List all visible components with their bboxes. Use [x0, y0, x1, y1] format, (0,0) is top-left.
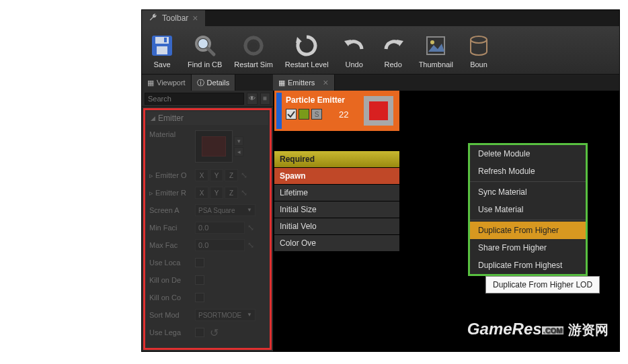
close-icon[interactable]: ×	[323, 77, 328, 88]
ctx-sync-material[interactable]: Sync Material	[470, 183, 586, 201]
close-icon[interactable]: ×	[192, 13, 198, 24]
restart-sim-button[interactable]: Restart Sim	[229, 29, 278, 71]
tab-viewport[interactable]: ▦ Viewport	[142, 75, 192, 91]
undo-button[interactable]: Undo	[336, 29, 373, 71]
module-lifetime[interactable]: Lifetime	[274, 185, 399, 201]
min-facing-label: Min Faci	[149, 224, 195, 232]
prop-sort-mode: Sort Mod PSORTMODE▼	[147, 306, 268, 324]
material-thumbnail[interactable]	[195, 130, 233, 163]
prop-emitter-rotation: ▹ Emitter R X Y Z ⤡	[147, 184, 268, 201]
module-initial-velocity[interactable]: Initial Velo	[274, 218, 399, 235]
min-facing-input[interactable]	[195, 222, 245, 234]
axis-x-button[interactable]: X	[195, 169, 208, 181]
redo-button[interactable]: Redo	[375, 29, 412, 71]
emitter-section-header[interactable]: Emitter	[147, 111, 268, 125]
emitter-s-icon[interactable]: S	[311, 109, 322, 120]
ctx-share-from-higher[interactable]: Share From Higher	[470, 239, 586, 257]
use-local-checkbox[interactable]	[195, 258, 204, 267]
module-initial-size[interactable]: Initial Size	[274, 201, 399, 218]
ctx-duplicate-from-highest[interactable]: Duplicate From Highest	[470, 257, 586, 274]
thumbnail-button[interactable]: Thumbnail	[414, 29, 459, 71]
left-panel-tabs: ▦ Viewport ⓘ Details	[142, 75, 273, 91]
max-facing-label: Max Fac	[149, 241, 195, 249]
view-options-icon[interactable]: 👁	[247, 93, 258, 105]
save-label: Save	[153, 60, 170, 69]
list-view-icon[interactable]: ≡	[260, 93, 271, 105]
axis-y-button[interactable]: Y	[210, 169, 223, 181]
use-legacy-checkbox[interactable]	[195, 328, 204, 337]
axis-z-button[interactable]: Z	[225, 187, 238, 199]
screen-alignment-select[interactable]: PSA Square▼	[195, 204, 256, 216]
material-label: Material	[149, 130, 195, 138]
grid-icon: ▦	[147, 79, 154, 87]
bounds-button[interactable]: Boun	[460, 29, 498, 71]
thumbnail-label: Thumbnail	[419, 60, 453, 69]
tooltip: Duplicate From Higher LOD	[485, 276, 600, 293]
expand-icon[interactable]: ⤡	[239, 171, 249, 180]
max-facing-input[interactable]	[195, 239, 245, 251]
material-dropdown-icon[interactable]: ▾	[234, 136, 243, 146]
prop-material: Material ▾ ◂	[147, 125, 268, 167]
material-browse-icon[interactable]: ◂	[234, 147, 243, 156]
magnifier-icon	[192, 32, 219, 59]
toolbar-tab[interactable]: Toolbar ×	[142, 10, 205, 26]
expand-icon[interactable]: ⤡	[246, 240, 256, 250]
module-required[interactable]: Required	[274, 151, 399, 168]
undo-arrow-icon	[341, 32, 368, 59]
emitter-thumbnail[interactable]	[364, 96, 393, 126]
use-legacy-label: Use Lega	[149, 328, 195, 336]
prop-min-facing: Min Faci ⤡	[147, 219, 268, 236]
find-in-cb-button[interactable]: Find in CB	[182, 29, 227, 71]
emitters-panel: ▦ Emitters × Particle Emitter	[273, 75, 619, 351]
floppy-icon	[149, 32, 175, 59]
axis-x-button[interactable]: X	[195, 187, 208, 199]
emitter-solo-icon[interactable]	[299, 109, 309, 120]
svg-line-6	[208, 48, 214, 54]
svg-point-11	[471, 36, 487, 43]
reset-icon[interactable]: ↺	[210, 326, 219, 339]
ctx-duplicate-from-higher[interactable]: Duplicate From Higher	[470, 222, 586, 239]
save-button[interactable]: Save	[143, 29, 181, 71]
tab-emitters[interactable]: ▦ Emitters ×	[273, 75, 335, 91]
use-local-label: Use Loca	[149, 259, 195, 267]
module-spawn[interactable]: Spawn	[274, 168, 399, 185]
emitter-section-label: Emitter	[158, 113, 184, 123]
search-input[interactable]	[145, 93, 244, 105]
ctx-delete-module[interactable]: Delete Module	[470, 145, 586, 163]
watermark: GameRes.COM 游资网	[467, 320, 609, 339]
expand-icon[interactable]: ⤡	[246, 223, 256, 232]
sort-mode-select[interactable]: PSORTMODE▼	[195, 309, 256, 321]
kill-on-deactivate-checkbox[interactable]	[195, 275, 204, 285]
info-icon: ⓘ	[197, 78, 204, 88]
prop-max-facing: Max Fac ⤡	[147, 236, 268, 254]
screen-alignment-label: Screen A	[149, 206, 195, 214]
emitter-properties-highlight: Emitter Material ▾ ◂ ▹ Em	[143, 108, 272, 350]
ctx-separator	[470, 220, 586, 220]
expand-icon[interactable]: ⤡	[239, 188, 249, 197]
particle-emitter-title: Particle Emitter	[286, 95, 360, 105]
emitter-enabled-checkbox[interactable]	[286, 109, 297, 120]
watermark-cn: 游资网	[568, 322, 609, 337]
kill-on-complete-checkbox[interactable]	[195, 293, 204, 302]
emitters-panel-tabs: ▦ Emitters ×	[273, 75, 619, 91]
wrench-icon	[149, 13, 158, 24]
gear-refresh-icon	[240, 32, 267, 59]
svg-point-8	[250, 42, 257, 49]
kill-on-complete-label: Kill on Co	[149, 293, 195, 302]
ctx-refresh-module[interactable]: Refresh Module	[470, 163, 586, 180]
tab-details[interactable]: ⓘ Details	[192, 75, 236, 91]
module-color-over-life[interactable]: Color Ove	[274, 235, 399, 252]
prop-use-local: Use Loca	[147, 254, 268, 271]
prop-kill-on-complete: Kill on Co	[147, 289, 268, 306]
ctx-use-material[interactable]: Use Material	[470, 201, 586, 218]
context-menu: Delete Module Refresh Module Sync Materi…	[468, 143, 588, 276]
emitter-rotation-label: ▹ Emitter R	[149, 189, 195, 197]
axis-y-button[interactable]: Y	[210, 187, 223, 199]
axis-z-button[interactable]: Z	[225, 169, 238, 181]
restart-level-button[interactable]: Restart Level	[280, 29, 334, 71]
redo-arrow-icon	[380, 32, 407, 59]
watermark-brand: GameRes	[467, 320, 542, 338]
svg-rect-3	[164, 38, 167, 42]
particle-emitter-header[interactable]: Particle Emitter S 22	[274, 91, 399, 131]
kill-on-deactivate-label: Kill on De	[149, 276, 195, 284]
